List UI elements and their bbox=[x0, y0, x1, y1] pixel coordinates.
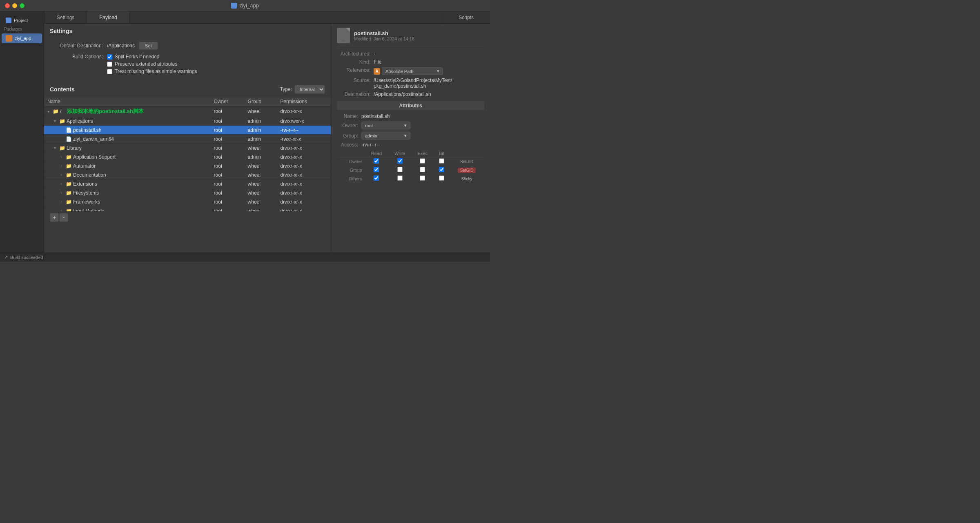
perm-col-bit: Bit bbox=[434, 150, 449, 157]
item-name: Filesystems bbox=[73, 190, 99, 196]
perm-others-write bbox=[388, 174, 412, 183]
perm-others-bit bbox=[434, 174, 449, 183]
settings-content: Default Destination: /Applications Set B… bbox=[44, 38, 331, 82]
add-button[interactable]: + bbox=[50, 213, 59, 222]
sidebar-item-ziyi-app[interactable]: ziyi_app bbox=[2, 33, 42, 43]
annotation: 添加我本地的postinstall.sh脚本 bbox=[62, 108, 144, 115]
expand-arrow[interactable]: › bbox=[60, 155, 65, 159]
perm-others-bit-label: Sticky bbox=[449, 174, 484, 183]
remove-button[interactable]: - bbox=[59, 213, 68, 222]
expand-arrow[interactable]: › bbox=[60, 173, 65, 177]
tab-payload[interactable]: Payload bbox=[87, 11, 129, 23]
reference-dropdown-control[interactable]: Absolute Path ▾ bbox=[382, 67, 443, 75]
file-info-header: sh postinstall.sh Modified: Jan 6, 2024 … bbox=[337, 28, 484, 47]
minimize-button[interactable] bbox=[12, 3, 17, 8]
treat-missing-checkbox[interactable] bbox=[107, 69, 112, 74]
attr-access-value: -rw-r--r-- bbox=[361, 142, 380, 148]
tab-bar: Settings Payload Scripts bbox=[44, 11, 490, 24]
default-destination-row: Default Destination: /Applications Set bbox=[50, 42, 325, 50]
attr-access-label: Access: bbox=[337, 142, 361, 148]
build-options-label: Build Options: bbox=[50, 54, 107, 60]
folder-icon: 📁 bbox=[59, 145, 65, 151]
close-button[interactable] bbox=[5, 3, 10, 8]
table-header-row: Name Owner Group Permissions bbox=[44, 97, 331, 106]
perm-group-write bbox=[388, 166, 412, 174]
item-name: Automator bbox=[73, 163, 96, 169]
expand-arrow[interactable]: ▾ bbox=[47, 109, 51, 114]
perm-owner-label: Owner bbox=[337, 157, 365, 166]
table-row[interactable]: ▾ 📁 Library root wheel drwxr-xr-x bbox=[44, 144, 331, 153]
perm-owner-read bbox=[365, 157, 388, 166]
table-row[interactable]: 📄 postinstall.sh root admin -rw-r--r-- bbox=[44, 126, 331, 135]
expand-arrow[interactable]: ▾ bbox=[54, 146, 58, 150]
expand-arrow[interactable]: ▾ bbox=[54, 119, 58, 123]
file-meta: postinstall.sh Modified: Jan 6, 2024 at … bbox=[354, 30, 414, 41]
source-value: /Users/ziyi2/GolandProjects/MyTest/pkg_d… bbox=[374, 78, 484, 89]
attr-owner-label: Owner: bbox=[337, 123, 361, 129]
table-row[interactable]: › 📁 Extensions root wheel drwxr-xr-x bbox=[44, 180, 331, 188]
perm-group-exec bbox=[411, 166, 434, 174]
build-options-checkboxes: Split Forks if needed Preserve extended … bbox=[107, 54, 197, 76]
build-status: Build succeeded bbox=[10, 255, 43, 260]
architectures-row: Architectures: - bbox=[337, 51, 484, 57]
preserve-attrs-label: Preserve extended attributes bbox=[115, 61, 177, 67]
treat-missing-row: Treat missing files as simple warnings bbox=[107, 69, 197, 74]
table-row[interactable]: › 📁 Application Support root admin drwxr… bbox=[44, 153, 331, 162]
perm-col-label bbox=[449, 150, 484, 157]
file-table: Name Owner Group Permissions ▾ 📁 / 添加我本地… bbox=[44, 97, 331, 211]
ref-badge: A bbox=[374, 68, 380, 75]
table-row[interactable]: ▾ 📁 Applications root admin drwxrwxr-x bbox=[44, 117, 331, 126]
item-name: Application Support bbox=[73, 154, 116, 160]
set-button[interactable]: Set bbox=[139, 42, 158, 50]
table-row[interactable]: › 📁 Input Methods root wheel drwxr-xr-x bbox=[44, 206, 331, 212]
kind-value: File bbox=[374, 59, 484, 65]
kind-row: Kind: File bbox=[337, 59, 484, 65]
perm-group-label: Group bbox=[337, 166, 365, 174]
attr-name-label: Name: bbox=[337, 113, 361, 119]
tab-scripts[interactable]: Scripts bbox=[442, 11, 490, 23]
table-row[interactable]: ▾ 📁 / 添加我本地的postinstall.sh脚本 root wheel … bbox=[44, 106, 331, 117]
expand-arrow[interactable]: › bbox=[60, 182, 65, 186]
app-icon bbox=[231, 3, 237, 9]
content-area: Settings Payload Scripts Settings Defaul… bbox=[44, 11, 490, 253]
maximize-button[interactable] bbox=[20, 3, 24, 8]
sidebar-item-project[interactable]: Project bbox=[2, 16, 42, 25]
table-row[interactable]: › 📁 Frameworks root wheel drwxr-xr-x bbox=[44, 197, 331, 206]
split-forks-checkbox[interactable] bbox=[107, 54, 112, 60]
folder-icon: 📁 bbox=[66, 154, 72, 160]
expand-arrow[interactable]: › bbox=[60, 208, 65, 211]
preserve-attrs-checkbox[interactable] bbox=[107, 62, 112, 67]
col-permissions: Permissions bbox=[277, 97, 331, 106]
expand-arrow[interactable]: › bbox=[60, 191, 65, 195]
folder-icon: 📁 bbox=[66, 199, 72, 205]
attr-group-row: Group: admin ▾ bbox=[337, 132, 484, 140]
expand-arrow[interactable]: › bbox=[60, 164, 65, 168]
reference-row: Reference: A Absolute Path ▾ bbox=[337, 67, 484, 75]
permissions-header-row: Read Write Exec Bit bbox=[337, 150, 484, 157]
root-name: / bbox=[60, 109, 61, 114]
perm-others-read bbox=[365, 174, 388, 183]
type-dropdown[interactable]: Internal bbox=[294, 85, 325, 94]
preserve-attrs-row: Preserve extended attributes bbox=[107, 61, 197, 67]
tab-settings[interactable]: Settings bbox=[44, 11, 87, 23]
table-row[interactable]: 📄 ziyi_darwin_arm64 root admin -rwxr-xr-… bbox=[44, 135, 331, 144]
attributes-header: Attributes bbox=[337, 101, 484, 110]
default-destination-value: /Applications bbox=[107, 43, 135, 49]
table-row[interactable]: › 📁 Documentation root wheel drwxr-xr-x bbox=[44, 171, 331, 180]
owner-dropdown[interactable]: root ▾ bbox=[361, 122, 410, 129]
perm-owner-row: Owner SetUID bbox=[337, 157, 484, 166]
perm-col-exec: Exec bbox=[411, 150, 434, 157]
table-row[interactable]: › 📁 Automator root wheel drwxr-xr-x bbox=[44, 162, 331, 171]
kind-label: Kind: bbox=[337, 59, 374, 65]
build-options-row: Build Options: Split Forks if needed Pre… bbox=[50, 54, 325, 76]
table-row[interactable]: › 📁 Filesystems root wheel drwxr-xr-x bbox=[44, 188, 331, 197]
expand-arrow[interactable]: › bbox=[60, 199, 65, 204]
attr-group-label: Group: bbox=[337, 133, 361, 139]
perm-group-read bbox=[365, 166, 388, 174]
treat-missing-label: Treat missing files as simple warnings bbox=[115, 69, 197, 74]
folder-icon: 📁 bbox=[66, 172, 72, 178]
group-dropdown[interactable]: admin ▾ bbox=[361, 132, 410, 140]
perm-owner-bit bbox=[434, 157, 449, 166]
attr-owner-row: Owner: root ▾ bbox=[337, 122, 484, 129]
project-icon bbox=[6, 18, 11, 23]
